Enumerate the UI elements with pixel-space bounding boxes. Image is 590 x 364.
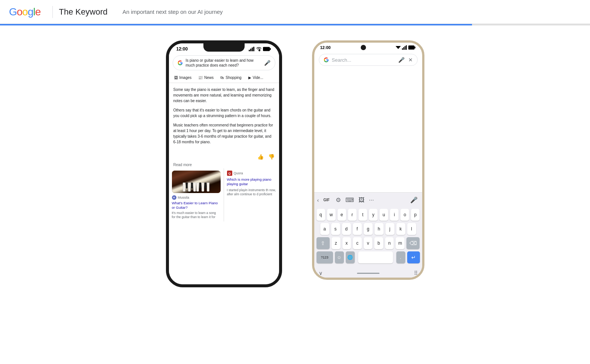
- key-w[interactable]: w: [327, 209, 336, 221]
- site-name[interactable]: The Keyword: [59, 7, 108, 17]
- search-query-text: Is piano or guitar easier to learn and h…: [186, 58, 261, 68]
- thumbs-down-button[interactable]: 👎: [268, 154, 275, 160]
- tab-news-label: News: [204, 76, 214, 80]
- android-signal-icon: [402, 45, 407, 50]
- key-c[interactable]: c: [353, 237, 362, 249]
- key-l[interactable]: l: [407, 223, 416, 235]
- emoji-key[interactable]: ☺: [335, 251, 344, 263]
- period-key[interactable]: .: [396, 251, 405, 263]
- key-y[interactable]: y: [369, 209, 378, 221]
- enter-key[interactable]: ↵: [407, 251, 420, 263]
- android-close-icon[interactable]: ✕: [408, 57, 413, 63]
- key-e[interactable]: e: [338, 209, 346, 221]
- svg-rect-5: [270, 48, 271, 50]
- tab-images-label: Images: [179, 76, 192, 80]
- mussila-favicon: M: [172, 195, 176, 200]
- keyboard-chevron-down[interactable]: ∨: [319, 270, 323, 276]
- key-u[interactable]: u: [379, 209, 388, 221]
- piano-image: [172, 171, 221, 193]
- google-logo[interactable]: Google: [9, 6, 40, 18]
- key-t[interactable]: t: [358, 209, 367, 221]
- logo-letter-o1: o: [17, 6, 22, 18]
- android-search-placeholder: Search...: [332, 57, 395, 63]
- key-f[interactable]: f: [353, 223, 362, 235]
- key-g[interactable]: g: [364, 223, 373, 235]
- key-v[interactable]: v: [364, 237, 373, 249]
- tab-news[interactable]: 📰 News: [195, 74, 217, 81]
- quora-logo: Q: [227, 171, 232, 176]
- key-j[interactable]: j: [385, 223, 394, 235]
- android-wifi-icon: [396, 45, 401, 50]
- key-x[interactable]: x: [342, 237, 351, 249]
- tab-video[interactable]: ▶ Vide...: [245, 74, 266, 81]
- key-a[interactable]: a: [320, 223, 329, 235]
- keyboard-bottom-row: ∨ ⠿: [314, 269, 422, 278]
- more-options-icon[interactable]: ···: [367, 195, 375, 205]
- android-mic-icon[interactable]: 🎤: [398, 57, 405, 63]
- key-d[interactable]: d: [342, 223, 351, 235]
- svg-rect-3: [253, 47, 254, 51]
- news-icon: 📰: [198, 76, 203, 80]
- mic-icon[interactable]: 🎤: [264, 60, 270, 66]
- feedback-row: 👍 👎: [169, 152, 279, 161]
- home-indicator: [357, 273, 379, 274]
- keyboard-switch-icon[interactable]: ⌨: [344, 195, 355, 205]
- key-i[interactable]: i: [390, 209, 399, 221]
- sticker-icon[interactable]: 🖼: [357, 195, 366, 205]
- android-status-bar: 12:00: [314, 43, 422, 52]
- key-h[interactable]: h: [375, 223, 384, 235]
- ai-paragraph-3: Music teachers often recommend that begi…: [173, 122, 275, 145]
- keyboard-row-4: ?123 ☺ 🌐 . ↵: [317, 251, 420, 263]
- images-icon: 🖼: [174, 76, 178, 80]
- video-icon: ▶: [248, 76, 251, 80]
- shopping-icon: 🛍: [220, 76, 224, 80]
- logo-letter-e: e: [35, 6, 41, 18]
- mussila-desc: It's much easier to learn a song for the…: [172, 211, 221, 219]
- keyboard-grid-icon[interactable]: ⠿: [414, 270, 418, 276]
- search-tabs: 🖼 Images 📰 News 🛍 Shopping ▶ Vide...: [169, 73, 279, 83]
- gif-button[interactable]: GIF: [320, 196, 333, 204]
- keyboard-back-icon[interactable]: ‹: [317, 197, 319, 203]
- key-s[interactable]: s: [331, 223, 340, 235]
- svg-rect-12: [415, 47, 416, 49]
- globe-key[interactable]: 🌐: [346, 251, 355, 263]
- space-key[interactable]: [358, 251, 393, 263]
- svg-rect-2: [252, 48, 253, 51]
- search-bar[interactable]: Is piano or guitar easier to learn and h…: [173, 55, 275, 70]
- mussila-card[interactable]: M Mussila What's Easier to Learn Piano o…: [169, 168, 224, 221]
- mussila-source-name: Mussila: [178, 196, 190, 199]
- key-k[interactable]: k: [396, 223, 405, 235]
- tab-images[interactable]: 🖼 Images: [171, 74, 195, 81]
- key-z[interactable]: z: [332, 237, 341, 249]
- keyboard-mic-icon[interactable]: 🎤: [409, 195, 419, 205]
- svg-rect-1: [250, 49, 251, 51]
- read-more-text[interactable]: Read more: [169, 161, 279, 168]
- key-m[interactable]: m: [396, 237, 405, 249]
- shift-key[interactable]: ⇧: [317, 237, 330, 249]
- key-n[interactable]: n: [385, 237, 394, 249]
- key-p[interactable]: p: [411, 209, 420, 221]
- svg-rect-9: [405, 46, 406, 50]
- svg-rect-4: [263, 47, 270, 51]
- key-r[interactable]: r: [348, 209, 357, 221]
- quora-card[interactable]: Q Quora Which is more playing piano play…: [224, 168, 279, 221]
- key-q[interactable]: q: [317, 209, 325, 221]
- tab-shopping[interactable]: 🛍 Shopping: [217, 74, 244, 81]
- ai-paragraph-2: Others say that it's easier to learn cho…: [173, 107, 275, 119]
- signal-icon: [249, 47, 255, 51]
- backspace-key[interactable]: ⌫: [406, 237, 420, 249]
- keyboard-toolbar: ‹ GIF ⚙ ⌨ 🖼 ··· 🎤: [314, 193, 422, 207]
- svg-marker-6: [396, 46, 401, 49]
- num-key[interactable]: ?123: [317, 251, 333, 263]
- key-o[interactable]: o: [400, 209, 409, 221]
- ai-paragraph-1: Some say the piano is easier to learn, a…: [173, 87, 275, 104]
- thumbs-up-button[interactable]: 👍: [257, 154, 264, 160]
- settings-icon[interactable]: ⚙: [334, 195, 342, 205]
- key-b[interactable]: b: [374, 237, 383, 249]
- site-header: Google The Keyword An important next ste…: [0, 0, 590, 25]
- iphone-notch: [203, 43, 245, 52]
- android-search-bar[interactable]: Search... 🎤 ✕: [319, 54, 418, 66]
- svg-rect-0: [249, 50, 250, 51]
- svg-rect-10: [406, 45, 407, 50]
- keyboard-rows: q w e r t y u i o p a s: [314, 207, 422, 269]
